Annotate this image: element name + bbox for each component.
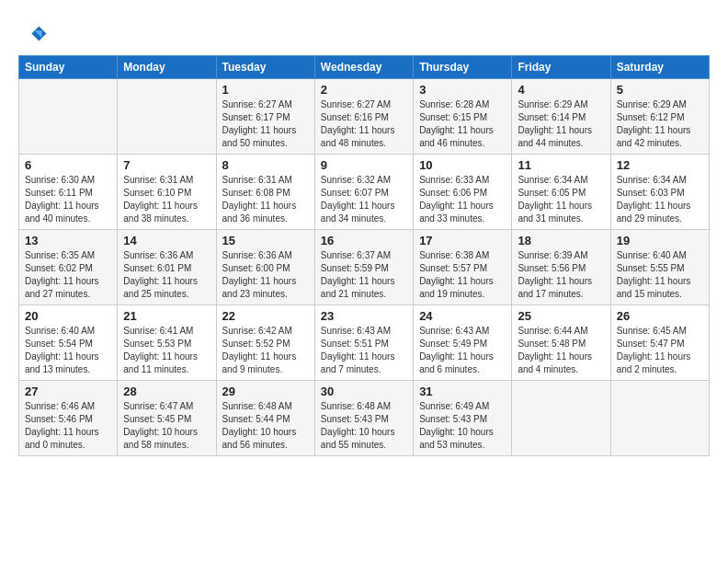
day-info: Sunrise: 6:27 AM Sunset: 6:17 PM Dayligh… — [222, 98, 309, 150]
day-number: 7 — [123, 158, 210, 172]
day-number: 12 — [617, 158, 703, 172]
day-number: 29 — [222, 385, 309, 398]
week-row-4: 20Sunrise: 6:40 AM Sunset: 5:54 PM Dayli… — [19, 305, 710, 381]
day-number: 4 — [518, 83, 604, 97]
column-header-monday: Monday — [118, 56, 216, 79]
logo — [18, 20, 51, 50]
calendar-cell: 29Sunrise: 6:48 AM Sunset: 5:44 PM Dayli… — [216, 381, 314, 456]
day-info: Sunrise: 6:41 AM Sunset: 5:53 PM Dayligh… — [123, 325, 210, 376]
calendar-cell: 9Sunrise: 6:32 AM Sunset: 6:07 PM Daylig… — [314, 155, 413, 230]
week-row-3: 13Sunrise: 6:35 AM Sunset: 6:02 PM Dayli… — [19, 230, 710, 305]
week-row-2: 6Sunrise: 6:30 AM Sunset: 6:11 PM Daylig… — [19, 155, 710, 230]
calendar-body: 1Sunrise: 6:27 AM Sunset: 6:17 PM Daylig… — [19, 79, 710, 456]
calendar-cell — [19, 79, 118, 155]
logo-icon — [18, 20, 48, 50]
day-number: 31 — [419, 385, 506, 398]
day-number: 14 — [123, 234, 210, 247]
day-number: 20 — [25, 309, 111, 323]
day-number: 13 — [25, 234, 111, 247]
calendar-cell: 26Sunrise: 6:45 AM Sunset: 5:47 PM Dayli… — [610, 305, 709, 381]
calendar-table: SundayMondayTuesdayWednesdayThursdayFrid… — [18, 55, 710, 456]
calendar-cell: 23Sunrise: 6:43 AM Sunset: 5:51 PM Dayli… — [314, 305, 413, 381]
column-header-sunday: Sunday — [19, 56, 118, 79]
day-number: 27 — [25, 385, 111, 398]
day-number: 15 — [222, 234, 309, 247]
day-number: 30 — [321, 385, 407, 398]
calendar-cell — [610, 381, 709, 456]
day-info: Sunrise: 6:33 AM Sunset: 6:06 PM Dayligh… — [419, 174, 506, 225]
day-info: Sunrise: 6:34 AM Sunset: 6:05 PM Dayligh… — [518, 174, 604, 225]
day-info: Sunrise: 6:31 AM Sunset: 6:08 PM Dayligh… — [222, 174, 309, 225]
week-row-1: 1Sunrise: 6:27 AM Sunset: 6:17 PM Daylig… — [19, 79, 710, 155]
calendar-cell: 6Sunrise: 6:30 AM Sunset: 6:11 PM Daylig… — [19, 155, 118, 230]
calendar-cell: 27Sunrise: 6:46 AM Sunset: 5:46 PM Dayli… — [19, 381, 118, 456]
calendar-cell: 19Sunrise: 6:40 AM Sunset: 5:55 PM Dayli… — [610, 230, 709, 305]
column-header-friday: Friday — [512, 56, 610, 79]
calendar-cell: 1Sunrise: 6:27 AM Sunset: 6:17 PM Daylig… — [216, 79, 314, 155]
day-number: 24 — [419, 309, 506, 323]
day-info: Sunrise: 6:46 AM Sunset: 5:46 PM Dayligh… — [25, 400, 111, 452]
calendar-cell: 14Sunrise: 6:36 AM Sunset: 6:01 PM Dayli… — [118, 230, 216, 305]
calendar-cell: 28Sunrise: 6:47 AM Sunset: 5:45 PM Dayli… — [118, 381, 216, 456]
day-number: 2 — [321, 83, 407, 97]
column-header-thursday: Thursday — [414, 56, 512, 79]
day-info: Sunrise: 6:42 AM Sunset: 5:52 PM Dayligh… — [222, 325, 309, 376]
calendar-cell: 22Sunrise: 6:42 AM Sunset: 5:52 PM Dayli… — [216, 305, 314, 381]
day-number: 6 — [25, 158, 111, 172]
page: SundayMondayTuesdayWednesdayThursdayFrid… — [0, 0, 728, 563]
day-number: 25 — [518, 309, 604, 323]
day-info: Sunrise: 6:36 AM Sunset: 6:00 PM Dayligh… — [222, 249, 309, 301]
day-number: 8 — [222, 158, 309, 172]
calendar-cell: 21Sunrise: 6:41 AM Sunset: 5:53 PM Dayli… — [118, 305, 216, 381]
day-info: Sunrise: 6:49 AM Sunset: 5:43 PM Dayligh… — [419, 400, 506, 452]
day-number: 17 — [419, 234, 506, 247]
calendar-cell: 2Sunrise: 6:27 AM Sunset: 6:16 PM Daylig… — [314, 79, 413, 155]
day-number: 18 — [518, 234, 604, 247]
day-number: 28 — [123, 385, 210, 398]
day-number: 21 — [123, 309, 210, 323]
day-info: Sunrise: 6:27 AM Sunset: 6:16 PM Dayligh… — [321, 98, 407, 150]
calendar-cell: 7Sunrise: 6:31 AM Sunset: 6:10 PM Daylig… — [118, 155, 216, 230]
day-info: Sunrise: 6:36 AM Sunset: 6:01 PM Dayligh… — [123, 249, 210, 301]
column-header-saturday: Saturday — [610, 56, 709, 79]
day-info: Sunrise: 6:31 AM Sunset: 6:10 PM Dayligh… — [123, 174, 210, 225]
day-info: Sunrise: 6:43 AM Sunset: 5:49 PM Dayligh… — [419, 325, 506, 376]
day-info: Sunrise: 6:29 AM Sunset: 6:12 PM Dayligh… — [617, 98, 703, 150]
day-info: Sunrise: 6:39 AM Sunset: 5:56 PM Dayligh… — [518, 249, 604, 301]
calendar-cell — [512, 381, 610, 456]
day-info: Sunrise: 6:43 AM Sunset: 5:51 PM Dayligh… — [321, 325, 407, 376]
column-header-wednesday: Wednesday — [314, 56, 413, 79]
day-number: 11 — [518, 158, 604, 172]
header — [18, 17, 710, 50]
day-info: Sunrise: 6:48 AM Sunset: 5:44 PM Dayligh… — [222, 400, 309, 452]
day-info: Sunrise: 6:37 AM Sunset: 5:59 PM Dayligh… — [321, 249, 407, 301]
calendar-cell: 4Sunrise: 6:29 AM Sunset: 6:14 PM Daylig… — [512, 79, 610, 155]
calendar-cell: 10Sunrise: 6:33 AM Sunset: 6:06 PM Dayli… — [414, 155, 512, 230]
calendar-cell: 15Sunrise: 6:36 AM Sunset: 6:00 PM Dayli… — [216, 230, 314, 305]
day-info: Sunrise: 6:30 AM Sunset: 6:11 PM Dayligh… — [25, 174, 111, 225]
calendar-cell: 8Sunrise: 6:31 AM Sunset: 6:08 PM Daylig… — [216, 155, 314, 230]
calendar-cell: 24Sunrise: 6:43 AM Sunset: 5:49 PM Dayli… — [414, 305, 512, 381]
calendar-cell: 31Sunrise: 6:49 AM Sunset: 5:43 PM Dayli… — [414, 381, 512, 456]
day-number: 9 — [321, 158, 407, 172]
day-info: Sunrise: 6:32 AM Sunset: 6:07 PM Dayligh… — [321, 174, 407, 225]
calendar-cell: 11Sunrise: 6:34 AM Sunset: 6:05 PM Dayli… — [512, 155, 610, 230]
calendar-cell: 25Sunrise: 6:44 AM Sunset: 5:48 PM Dayli… — [512, 305, 610, 381]
calendar-cell: 17Sunrise: 6:38 AM Sunset: 5:57 PM Dayli… — [414, 230, 512, 305]
calendar-cell: 5Sunrise: 6:29 AM Sunset: 6:12 PM Daylig… — [610, 79, 709, 155]
day-number: 22 — [222, 309, 309, 323]
calendar-cell: 18Sunrise: 6:39 AM Sunset: 5:56 PM Dayli… — [512, 230, 610, 305]
day-info: Sunrise: 6:29 AM Sunset: 6:14 PM Dayligh… — [518, 98, 604, 150]
day-info: Sunrise: 6:47 AM Sunset: 5:45 PM Dayligh… — [123, 400, 210, 452]
day-info: Sunrise: 6:48 AM Sunset: 5:43 PM Dayligh… — [321, 400, 407, 452]
day-info: Sunrise: 6:40 AM Sunset: 5:55 PM Dayligh… — [617, 249, 703, 301]
calendar-cell: 16Sunrise: 6:37 AM Sunset: 5:59 PM Dayli… — [314, 230, 413, 305]
calendar-cell: 3Sunrise: 6:28 AM Sunset: 6:15 PM Daylig… — [414, 79, 512, 155]
day-number: 26 — [617, 309, 703, 323]
calendar-cell: 12Sunrise: 6:34 AM Sunset: 6:03 PM Dayli… — [610, 155, 709, 230]
day-number: 1 — [222, 83, 309, 97]
day-info: Sunrise: 6:34 AM Sunset: 6:03 PM Dayligh… — [617, 174, 703, 225]
day-number: 16 — [321, 234, 407, 247]
header-row: SundayMondayTuesdayWednesdayThursdayFrid… — [19, 56, 710, 79]
day-info: Sunrise: 6:45 AM Sunset: 5:47 PM Dayligh… — [617, 325, 703, 376]
